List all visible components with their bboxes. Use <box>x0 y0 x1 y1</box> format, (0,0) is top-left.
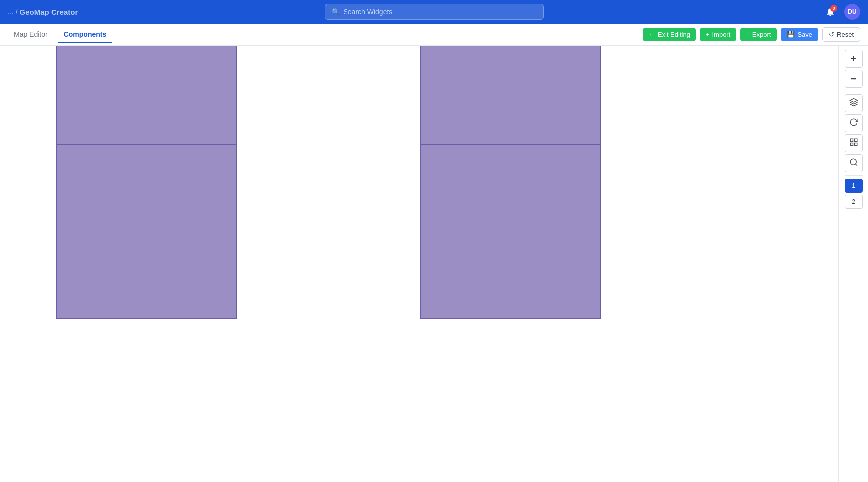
user-avatar[interactable]: DU <box>844 4 860 20</box>
breadcrumb: ... / GeoMap Creator <box>8 8 78 16</box>
notification-button[interactable]: 0 <box>822 4 838 20</box>
search-map-button[interactable] <box>845 154 863 172</box>
tab-map-editor[interactable]: Map Editor <box>8 26 54 43</box>
export-icon: ↑ <box>746 31 750 38</box>
toolbar-actions: ← Exit Editing + Import ↑ Export 💾 Save … <box>643 27 860 42</box>
map-block-br[interactable] <box>420 144 601 319</box>
svg-rect-2 <box>854 139 857 141</box>
reset-button[interactable]: ↺ Reset <box>822 27 860 42</box>
breadcrumb-ellipsis: ... <box>8 8 14 16</box>
save-label: Save <box>797 31 812 38</box>
map-controls-panel: + − <box>838 46 868 482</box>
refresh-button[interactable] <box>845 114 863 132</box>
grid-icon <box>849 138 858 149</box>
svg-rect-1 <box>850 139 853 141</box>
save-button[interactable]: 💾 Save <box>781 28 818 41</box>
import-label: Import <box>712 31 730 38</box>
canvas-area[interactable]: + − <box>0 46 868 482</box>
import-button[interactable]: + Import <box>700 28 736 41</box>
map-block-tl[interactable] <box>56 46 237 144</box>
reset-label: Reset <box>837 31 854 38</box>
search-map-icon <box>849 158 858 169</box>
svg-point-5 <box>850 159 856 165</box>
top-navigation: ... / GeoMap Creator 🔍 Search Widgets 0 … <box>0 0 868 24</box>
refresh-icon <box>849 118 858 129</box>
main-content: + − <box>0 46 868 482</box>
layers-button[interactable] <box>845 94 863 112</box>
zoom-in-icon: + <box>851 53 857 65</box>
zoom-out-icon: − <box>851 73 857 85</box>
reset-icon: ↺ <box>829 31 834 38</box>
page-1-button[interactable]: 1 <box>845 179 863 193</box>
zoom-in-button[interactable]: + <box>845 50 863 68</box>
exit-editing-icon: ← <box>649 31 655 38</box>
app-title: GeoMap Creator <box>20 8 78 16</box>
exit-editing-label: Exit Editing <box>658 31 690 38</box>
control-separator-1 <box>845 91 863 91</box>
sub-navigation: Map Editor Components ← Exit Editing + I… <box>0 24 868 46</box>
map-block-bl[interactable] <box>56 144 237 319</box>
svg-rect-4 <box>854 143 857 145</box>
import-icon: + <box>706 31 710 38</box>
control-separator-2 <box>845 175 863 176</box>
nav-right: 0 DU <box>822 4 860 20</box>
search-bar[interactable]: 🔍 Search Widgets <box>325 4 544 20</box>
svg-rect-3 <box>850 143 853 145</box>
notification-badge: 0 <box>830 5 837 12</box>
zoom-out-button[interactable]: − <box>845 70 863 88</box>
svg-marker-0 <box>850 98 857 102</box>
search-placeholder: Search Widgets <box>344 8 393 16</box>
exit-editing-button[interactable]: ← Exit Editing <box>643 28 696 41</box>
tab-components[interactable]: Components <box>58 26 113 43</box>
map-block-tr[interactable] <box>420 46 601 144</box>
page-2-button[interactable]: 2 <box>845 195 863 209</box>
page-1-label: 1 <box>852 182 855 189</box>
svg-line-6 <box>855 164 857 165</box>
search-icon: 🔍 <box>331 8 340 16</box>
export-label: Export <box>752 31 771 38</box>
export-button[interactable]: ↑ Export <box>740 28 777 41</box>
layers-icon <box>849 98 858 109</box>
save-icon: 💾 <box>787 31 795 38</box>
map-canvas <box>0 46 868 482</box>
page-2-label: 2 <box>852 198 855 205</box>
grid-button[interactable] <box>845 134 863 152</box>
breadcrumb-sep: / <box>16 8 18 16</box>
